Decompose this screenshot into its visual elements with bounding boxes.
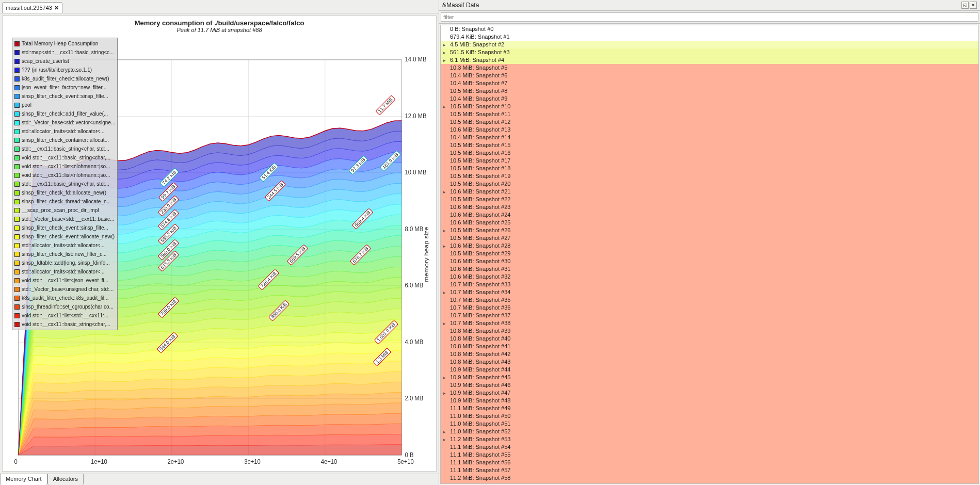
- snapshot-row[interactable]: 10.4 MiB: Snapshot #14: [441, 134, 978, 141]
- legend-item[interactable]: sinsp_threadinfo::set_cgroups(char co...: [13, 302, 116, 311]
- snapshot-row[interactable]: 0 B: Snapshot #0: [441, 25, 978, 33]
- chart-area[interactable]: Memory consumption of ./build/userspace/…: [2, 15, 437, 472]
- expander-icon[interactable]: ▸: [443, 375, 446, 381]
- snapshot-row[interactable]: 10.9 MiB: Snapshot #46: [441, 381, 978, 389]
- snapshot-row[interactable]: 10.5 MiB: Snapshot #27: [441, 234, 978, 242]
- snapshot-row[interactable]: ▸10.9 MiB: Snapshot #47: [441, 389, 978, 397]
- panel-detach-icon[interactable]: ◱: [961, 2, 969, 9]
- expander-icon[interactable]: ▸: [443, 42, 446, 48]
- snapshot-row[interactable]: 10.5 MiB: Snapshot #12: [441, 118, 978, 126]
- expander-icon[interactable]: ▸: [443, 320, 446, 327]
- snapshot-row[interactable]: 10.5 MiB: Snapshot #17: [441, 157, 978, 165]
- snapshot-row[interactable]: 10.6 MiB: Snapshot #25: [441, 219, 978, 227]
- snapshot-row[interactable]: 10.5 MiB: Snapshot #22: [441, 196, 978, 203]
- expander-icon[interactable]: ▸: [443, 189, 446, 196]
- panel-close-icon[interactable]: ✕: [970, 2, 977, 9]
- snapshot-row[interactable]: 11.1 MiB: Snapshot #55: [441, 451, 978, 459]
- legend-item[interactable]: void std::__cxx11::basic_string<char,...: [13, 320, 116, 329]
- legend-item[interactable]: __scap_proc_scan_proc_dir_impl: [13, 206, 116, 215]
- snapshot-row[interactable]: ▸10.9 MiB: Snapshot #45: [441, 374, 978, 381]
- legend-item[interactable]: k8s_audit_filter_check::k8s_audit_fil...: [13, 294, 116, 302]
- snapshot-row[interactable]: 10.6 MiB: Snapshot #31: [441, 265, 978, 273]
- snapshot-row[interactable]: 10.5 MiB: Snapshot #11: [441, 110, 978, 118]
- tab-allocators[interactable]: Allocators: [47, 474, 84, 485]
- expander-icon[interactable]: ▸: [443, 104, 446, 110]
- snapshot-row[interactable]: ▸561.5 KiB: Snapshot #3: [441, 48, 978, 56]
- snapshot-row[interactable]: ▸6.1 MiB: Snapshot #4: [441, 56, 978, 64]
- snapshot-row[interactable]: 10.4 MiB: Snapshot #6: [441, 72, 978, 79]
- legend-item[interactable]: std::map<std::__cxx11::basic_string<c...: [13, 48, 116, 57]
- snapshot-row[interactable]: 11.3 MiB: Snapshot #59: [441, 482, 978, 484]
- snapshot-row[interactable]: 10.5 MiB: Snapshot #18: [441, 165, 978, 172]
- legend-item[interactable]: std::allocator_traits<std::allocator<...: [13, 241, 116, 250]
- snapshot-row[interactable]: 11.1 MiB: Snapshot #56: [441, 459, 978, 466]
- snapshot-row[interactable]: 10.5 MiB: Snapshot #19: [441, 172, 978, 180]
- snapshot-row[interactable]: 10.9 MiB: Snapshot #48: [441, 397, 978, 405]
- snapshot-row[interactable]: 10.6 MiB: Snapshot #23: [441, 203, 978, 211]
- snapshot-row[interactable]: ▸11.2 MiB: Snapshot #53: [441, 435, 978, 443]
- snapshot-row[interactable]: 10.6 MiB: Snapshot #30: [441, 257, 978, 265]
- legend-item[interactable]: void std::__cxx11::list<nlohmann::jso...: [13, 171, 116, 180]
- snapshot-row[interactable]: 10.7 MiB: Snapshot #33: [441, 281, 978, 288]
- expander-icon[interactable]: ▸: [443, 57, 446, 64]
- legend-item[interactable]: k8s_audit_filter_check::allocate_new(): [13, 74, 116, 83]
- snapshot-row[interactable]: ▸10.7 MiB: Snapshot #38: [441, 319, 978, 327]
- snapshot-row[interactable]: ▸4.5 MiB: Snapshot #2: [441, 41, 978, 48]
- snapshot-row[interactable]: 10.4 MiB: Snapshot #9: [441, 95, 978, 103]
- snapshot-row[interactable]: 10.4 MiB: Snapshot #7: [441, 79, 978, 87]
- snapshot-row[interactable]: ▸10.6 MiB: Snapshot #28: [441, 242, 978, 250]
- snapshot-row[interactable]: ▸10.5 MiB: Snapshot #26: [441, 227, 978, 234]
- snapshot-row[interactable]: 10.8 MiB: Snapshot #40: [441, 335, 978, 343]
- snapshot-row[interactable]: 11.1 MiB: Snapshot #49: [441, 405, 978, 412]
- expander-icon[interactable]: ▸: [443, 289, 446, 296]
- legend-item[interactable]: std::allocator_traits<std::allocator<...: [13, 267, 116, 276]
- snapshot-row[interactable]: 10.5 MiB: Snapshot #16: [441, 149, 978, 157]
- snapshot-row[interactable]: 10.5 MiB: Snapshot #20: [441, 180, 978, 188]
- legend-item[interactable]: scap_create_userlist: [13, 57, 116, 66]
- snapshot-row[interactable]: ▸10.7 MiB: Snapshot #34: [441, 288, 978, 296]
- snapshot-row[interactable]: ▸10.5 MiB: Snapshot #10: [441, 103, 978, 110]
- snapshot-row[interactable]: 10.7 MiB: Snapshot #35: [441, 296, 978, 304]
- legend-item[interactable]: void std::__cxx11::list<nlohmann::jso...: [13, 162, 116, 171]
- snapshot-row[interactable]: 10.8 MiB: Snapshot #41: [441, 343, 978, 350]
- snapshot-row[interactable]: 679.4 KiB: Snapshot #1: [441, 33, 978, 41]
- snapshot-row[interactable]: ▸11.0 MiB: Snapshot #52: [441, 428, 978, 435]
- tab-memory-chart[interactable]: Memory Chart: [0, 474, 47, 485]
- snapshot-row[interactable]: 11.1 MiB: Snapshot #54: [441, 443, 978, 451]
- legend-item[interactable]: void std::__cxx11::basic_string<char,...: [13, 153, 116, 162]
- legend-item[interactable]: json_event_filter_factory::new_filter...: [13, 83, 116, 92]
- legend-item[interactable]: sinsp_filter_check::add_filter_value(...: [13, 109, 116, 118]
- snapshot-row[interactable]: 10.7 MiB: Snapshot #37: [441, 312, 978, 319]
- expander-icon[interactable]: ▸: [443, 429, 446, 435]
- legend-item[interactable]: sinsp_fdtable::add(long, sinsp_fdinfo...: [13, 258, 116, 267]
- snapshot-row[interactable]: 11.1 MiB: Snapshot #57: [441, 466, 978, 474]
- snapshot-row[interactable]: 10.5 MiB: Snapshot #15: [441, 141, 978, 149]
- legend-item[interactable]: sinsp_filter_check_container::allocat...: [13, 136, 116, 144]
- snapshot-row[interactable]: 10.5 MiB: Snapshot #29: [441, 250, 978, 257]
- snapshot-row[interactable]: 10.8 MiB: Snapshot #43: [441, 358, 978, 366]
- snapshot-row[interactable]: 10.9 MiB: Snapshot #44: [441, 366, 978, 374]
- close-tab-icon[interactable]: ✕: [54, 5, 59, 11]
- snapshot-row[interactable]: 10.8 MiB: Snapshot #39: [441, 327, 978, 335]
- legend-item[interactable]: sinsp_filter_check_list::new_filter_c...: [13, 250, 116, 258]
- legend-item[interactable]: pool: [13, 101, 116, 109]
- snapshot-row[interactable]: 10.6 MiB: Snapshot #24: [441, 211, 978, 219]
- snapshot-row[interactable]: 10.6 MiB: Snapshot #13: [441, 126, 978, 134]
- filter-input[interactable]: [441, 12, 978, 22]
- expander-icon[interactable]: ▸: [443, 50, 446, 56]
- legend-item[interactable]: sinsp_filter_check_event::allocate_new(): [13, 232, 116, 241]
- legend-item[interactable]: ??? (in /usr/lib/libcrypto.so.1.1): [13, 66, 116, 74]
- expander-icon[interactable]: ▸: [443, 436, 446, 443]
- snapshot-row[interactable]: 11.2 MiB: Snapshot #58: [441, 474, 978, 482]
- snapshot-row[interactable]: 10.8 MiB: Snapshot #42: [441, 350, 978, 358]
- legend-item[interactable]: sinsp_filter_check_thread::allocate_n...: [13, 197, 116, 206]
- legend-item[interactable]: std::__cxx11::basic_string<char, std:...: [13, 180, 116, 188]
- file-tab[interactable]: massif.out.295743 ✕: [2, 2, 62, 13]
- snapshot-list[interactable]: 0 B: Snapshot #0679.4 KiB: Snapshot #1▸4…: [440, 25, 979, 484]
- legend-item[interactable]: std::__cxx11::basic_string<char, std:...: [13, 144, 116, 153]
- legend-item[interactable]: std::allocator_traits<std::allocator<...: [13, 127, 116, 136]
- legend-item[interactable]: Total Memory Heap Consumption: [13, 39, 116, 48]
- snapshot-row[interactable]: 11.0 MiB: Snapshot #51: [441, 420, 978, 428]
- snapshot-row[interactable]: 10.5 MiB: Snapshot #8: [441, 87, 978, 95]
- expander-icon[interactable]: ▸: [443, 243, 446, 250]
